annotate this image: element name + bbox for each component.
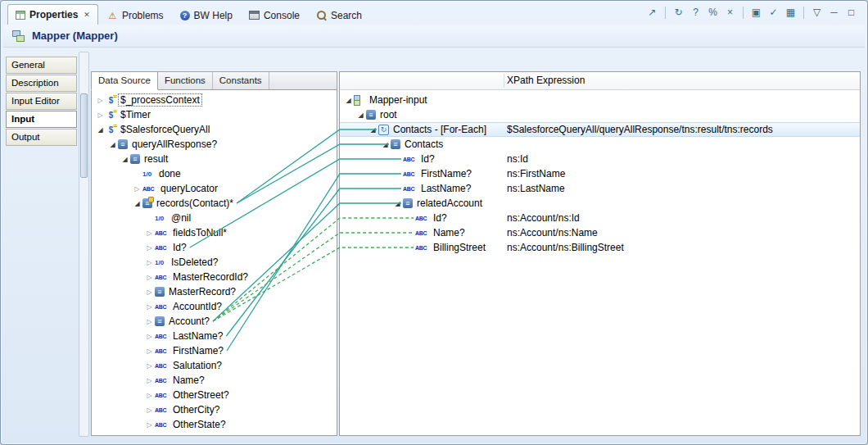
tree-row-othercity[interactable]: ▷OtherCity? [92,402,337,417]
tab-problems[interactable]: Problems [100,6,171,25]
tab-console[interactable]: Console [242,6,307,25]
tree-expanded-arrow-icon[interactable]: ◢ [392,200,403,207]
tree-expanded-arrow-icon[interactable]: ◢ [355,111,366,119]
tree-row-contacts-for-each[interactable]: ◢Contacts - [For-Each]$SalesforceQueryAl… [340,122,860,137]
sidebar-item-input[interactable]: Input [6,111,77,128]
tree-row-name[interactable]: ▷Name? [92,373,337,388]
tree-collapsed-arrow-icon[interactable]: ▷ [144,259,155,266]
sidebar-item-description[interactable]: Description [6,75,77,92]
close-tab-icon[interactable]: ✕ [84,11,90,19]
tree-row-root[interactable]: ◢root [340,107,860,122]
tab-constants[interactable]: Constants [213,72,269,89]
help-icon[interactable]: ? [688,5,703,20]
tree-row-records-contact[interactable]: ◢records(Contact)* [92,196,337,211]
tab-search[interactable]: Search [309,6,369,25]
run-config-icon[interactable]: % [705,5,721,20]
tree-row-lastname[interactable]: ▷LastName? [92,329,337,343]
target-tree: ◢Mapper-input◢root◢Contacts - [For-Each]… [340,90,860,435]
tree-row-accountid[interactable]: ▷AccountId? [92,299,337,314]
tree-row-isdeleted[interactable]: ▷IsDeleted? [92,255,337,270]
tree-expanded-arrow-icon[interactable]: ◢ [368,126,378,134]
tree-collapsed-arrow-icon[interactable]: ▷ [144,288,155,296]
vertical-scrollbar[interactable] [79,52,89,437]
tree-row-relatedaccount[interactable]: ◢relatedAccount [340,196,860,211]
tab-data-source[interactable]: Data Source [91,71,158,90]
tree-indent [343,233,405,234]
tree-row-result[interactable]: ◢result [92,152,337,166]
tab-label: Problems [122,10,164,21]
variable-icon [106,110,116,120]
tree-expanded-arrow-icon[interactable]: ◢ [107,141,118,148]
tree-collapsed-arrow-icon[interactable]: ▷ [144,392,155,399]
tree-label: IsDeleted? [170,257,219,268]
tree-collapsed-arrow-icon[interactable]: ▷ [144,347,155,355]
tree-collapsed-arrow-icon[interactable]: ▷ [132,185,142,193]
tree-collapsed-arrow-icon[interactable]: ▷ [144,303,155,311]
sidebar-item-general[interactable]: General [6,57,77,74]
tree-row-nil[interactable]: @nil [92,211,337,225]
tree-row-firstname[interactable]: FirstName?ns:FirstName [340,166,860,181]
sidebar-item-output[interactable]: Output [6,129,77,146]
tree-collapsed-arrow-icon[interactable]: ▷ [144,406,155,414]
tab-functions[interactable]: Functions [158,72,213,89]
tree-indent [95,351,144,352]
tree-collapsed-arrow-icon[interactable]: ▷ [144,362,155,370]
tree-row-otherstate[interactable]: ▷OtherState? [92,417,337,432]
tree-collapsed-arrow-icon[interactable]: ▷ [144,377,155,384]
tree-expanded-arrow-icon[interactable]: ◢ [343,97,354,104]
tree-row-id[interactable]: Id?ns:Id [340,152,860,166]
tree-row-contacts[interactable]: ◢Contacts [340,137,860,152]
tab-bw-help[interactable]: BW Help [173,6,240,25]
tree-row-otherstreet[interactable]: ▷OtherStreet? [92,388,337,402]
tree-label: Contacts [403,138,445,150]
checkbox-icon[interactable]: ✓ [766,5,781,20]
tree-collapsed-arrow-icon[interactable]: ▷ [144,421,155,429]
close-icon[interactable]: × [722,5,738,20]
tree-collapsed-arrow-icon[interactable]: ▷ [95,111,106,119]
tree-expanded-arrow-icon[interactable]: ◢ [95,126,106,134]
tree-row-querylocator[interactable]: ▷queryLocator [92,181,337,196]
tree-row-masterrecordid[interactable]: ▷MasterRecordId? [92,270,337,284]
tree-collapsed-arrow-icon[interactable]: ▷ [144,333,155,340]
tree-collapsed-arrow-icon[interactable]: ▷ [144,274,155,281]
string-icon [403,154,417,165]
tree-row-id[interactable]: Id?ns:Account/ns:Id [340,211,860,225]
tree-row-salesforcequeryall[interactable]: ◢$SalesforceQueryAll [92,122,337,137]
tree-expanded-arrow-icon[interactable]: ◢ [380,141,391,148]
tree-row-id[interactable]: ▷Id? [92,240,337,255]
tree-row-fieldstonull[interactable]: ▷fieldsToNull* [92,225,337,240]
tree-indent [95,174,132,175]
tree-row-lastname[interactable]: LastName?ns:LastName [340,181,860,196]
refresh-icon[interactable]: ↻ [671,5,686,20]
maximize-icon[interactable]: □ [843,5,859,20]
tree-row-timer[interactable]: ▷$Timer [92,107,337,122]
tree-expanded-arrow-icon[interactable]: ◢ [120,156,130,163]
edit-icon[interactable]: ▣ [748,5,764,20]
element-icon [391,139,400,149]
sidebar-item-input-editor[interactable]: Input Editor [6,93,77,110]
tree-indent [343,129,368,130]
tree-collapsed-arrow-icon[interactable]: ▷ [95,97,106,104]
tree-row-salutation[interactable]: ▷Salutation? [92,358,337,373]
tree-collapsed-arrow-icon[interactable]: ▷ [144,244,155,252]
tree-row-billingstreet[interactable]: BillingStreetns:Account/ns:BillingStreet [340,240,860,255]
filter-icon[interactable]: ▦ [783,5,798,20]
tree-row-queryallresponse[interactable]: ◢queryAllResponse? [92,137,337,152]
tree-row-done[interactable]: done [92,166,337,181]
view-menu-icon[interactable]: ▽ [809,5,825,20]
tree-collapsed-arrow-icon[interactable]: ▷ [144,229,155,237]
scrollbar-thumb[interactable] [80,93,88,178]
tree-indent [95,277,144,278]
tree-collapsed-arrow-icon[interactable]: ▷ [144,318,155,325]
tree-row-account[interactable]: ▷Account? [92,314,337,329]
open-new-window-icon[interactable]: ↗ [644,5,660,20]
tree-label: root [378,109,399,120]
minimize-icon[interactable]: ─ [826,5,842,20]
tree-row-masterrecord[interactable]: ▷MasterRecord? [92,284,337,299]
tree-row-processcontext[interactable]: ▷$_processContext [92,93,337,107]
tree-row-name[interactable]: Name?ns:Account/ns:Name [340,225,860,240]
tab-properties[interactable]: Properties✕ [7,4,98,25]
tree-row-mapper-input[interactable]: ◢Mapper-input [340,93,860,107]
tree-expanded-arrow-icon[interactable]: ◢ [132,200,142,207]
tree-row-firstname[interactable]: ▷FirstName? [92,343,337,358]
